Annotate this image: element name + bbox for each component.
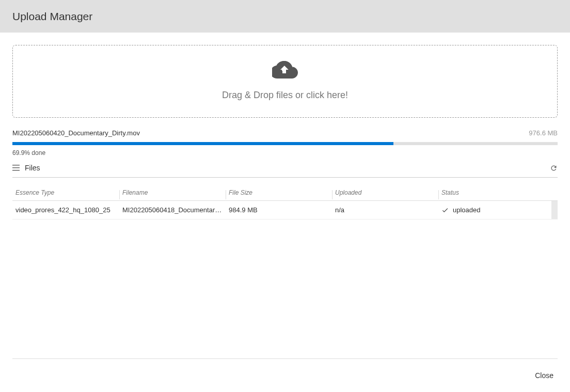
files-table: Essence Type Filename File Size Uploaded… — [12, 189, 558, 219]
upload-size: 976.6 MB — [529, 129, 558, 137]
progress-bar — [12, 142, 558, 145]
cell-essence: video_prores_422_hq_1080_25 — [12, 206, 119, 214]
cloud-upload-icon — [272, 61, 298, 81]
progress-label: 69.9% done — [12, 149, 558, 156]
chevron-left-icon[interactable] — [551, 201, 558, 219]
col-header-uploaded[interactable]: Uploaded — [332, 189, 438, 196]
col-header-filename[interactable]: Filename — [119, 189, 226, 196]
progress-fill — [12, 142, 393, 145]
dropzone[interactable]: Drag & Drop files or click here! — [12, 45, 558, 118]
cell-status: uploaded — [438, 206, 558, 214]
cell-filesize: 984.9 MB — [226, 206, 332, 214]
col-header-filesize[interactable]: File Size — [226, 189, 332, 196]
svg-rect-2 — [12, 170, 20, 171]
cell-filename: MI202205060418_Documentary... — [119, 206, 226, 214]
page-title: Upload Manager — [12, 10, 92, 23]
files-header-title: Files — [25, 164, 40, 172]
files-header-left: Files — [12, 164, 40, 172]
files-section: Files Essence Type Filename File Size Up… — [12, 164, 558, 219]
table-row[interactable]: video_prores_422_hq_1080_25 MI2022050604… — [12, 201, 558, 219]
col-header-status[interactable]: Status — [438, 189, 558, 196]
table-header: Essence Type Filename File Size Uploaded… — [12, 189, 558, 201]
header: Upload Manager — [0, 0, 570, 33]
refresh-icon[interactable] — [550, 164, 558, 172]
footer: Close — [12, 358, 558, 392]
menu-icon[interactable] — [12, 165, 20, 171]
svg-rect-0 — [12, 165, 20, 166]
upload-filename: MI202205060420_Documentary_Dirty.mov — [12, 129, 140, 137]
svg-rect-1 — [12, 167, 20, 168]
close-button[interactable]: Close — [531, 369, 558, 382]
content-area: Drag & Drop files or click here! MI20220… — [0, 33, 570, 232]
dropzone-text: Drag & Drop files or click here! — [222, 90, 348, 101]
check-icon — [441, 207, 449, 214]
cell-uploaded: n/a — [332, 206, 438, 214]
upload-progress-section: MI202205060420_Documentary_Dirty.mov 976… — [12, 129, 558, 156]
upload-row-top: MI202205060420_Documentary_Dirty.mov 976… — [12, 129, 558, 137]
cell-status-text: uploaded — [453, 206, 481, 214]
files-header: Files — [12, 164, 558, 178]
col-header-essence[interactable]: Essence Type — [12, 189, 119, 196]
